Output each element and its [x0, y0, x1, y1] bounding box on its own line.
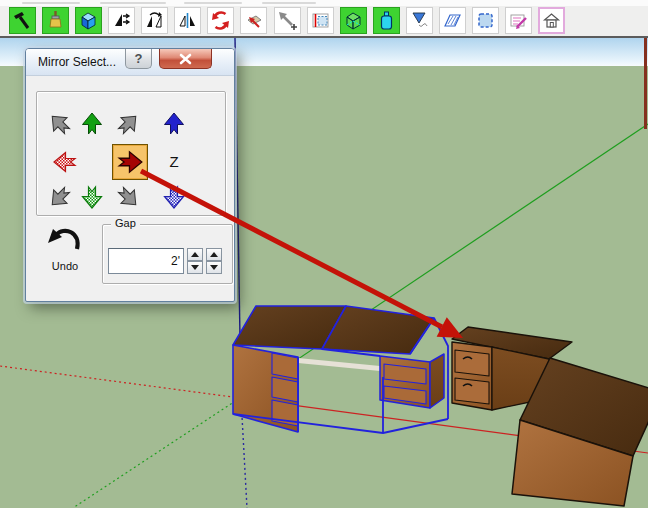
- mirror-ne-button[interactable]: [115, 111, 141, 137]
- edit-notes-icon[interactable]: [505, 7, 532, 34]
- component-cube-icon[interactable]: [75, 7, 102, 34]
- gap-feet-down-button[interactable]: [187, 261, 203, 274]
- close-button[interactable]: [159, 49, 212, 69]
- undo-control: Undo: [43, 224, 87, 272]
- hatched-face-icon[interactable]: [439, 7, 466, 34]
- dialog-title: Mirror Select...: [38, 55, 116, 69]
- mirror-direction-group: Z: [36, 91, 226, 216]
- mirror-nw-button[interactable]: [47, 111, 73, 137]
- house-icon[interactable]: [538, 7, 565, 34]
- bottle-icon[interactable]: [373, 7, 400, 34]
- gap-feet-up-button[interactable]: [187, 248, 203, 261]
- z-axis-label: Z: [161, 153, 187, 170]
- rotate-icon[interactable]: [207, 7, 234, 34]
- mirror-copy-icon[interactable]: [141, 7, 168, 34]
- selection-box-icon[interactable]: [472, 7, 499, 34]
- plugin-toolbar: [0, 6, 648, 38]
- mirror-blue-down-button[interactable]: [161, 184, 187, 210]
- undo-label: Undo: [43, 260, 87, 272]
- dialog-titlebar[interactable]: Mirror Select... ?: [26, 49, 234, 76]
- mirror-selection-icon[interactable]: [174, 7, 201, 34]
- gap-group: Gap: [102, 224, 233, 284]
- mirror-dialog: Mirror Select... ?: [25, 48, 235, 302]
- mirror-red-right-button-selected[interactable]: [112, 144, 148, 180]
- gap-inches-up-button[interactable]: [206, 248, 222, 261]
- paintbrush-icon[interactable]: [42, 7, 69, 34]
- move-sheet-icon[interactable]: [240, 7, 267, 34]
- gap-inches-down-button[interactable]: [206, 261, 222, 274]
- hammer-icon[interactable]: [9, 7, 36, 34]
- select-plus-icon[interactable]: [274, 7, 301, 34]
- dialog-client: Z Undo: [26, 76, 234, 301]
- desk-original-selected[interactable]: [233, 306, 448, 433]
- desk-mirrored-copy[interactable]: [452, 327, 648, 506]
- flip-along-axis-icon[interactable]: [108, 7, 135, 34]
- gap-input[interactable]: [108, 248, 184, 274]
- mirror-blue-up-button[interactable]: [161, 111, 187, 137]
- gap-spinner-inches: [206, 248, 222, 274]
- help-button[interactable]: ?: [125, 49, 152, 69]
- mirror-green-up-button[interactable]: [79, 111, 105, 137]
- gap-label: Gap: [111, 217, 140, 229]
- edge-artifact-line: [644, 38, 647, 129]
- section-view-icon[interactable]: [307, 7, 334, 34]
- close-icon: [178, 53, 193, 65]
- help-icon: ?: [135, 51, 143, 66]
- mirror-green-down-button[interactable]: [79, 184, 105, 210]
- xray-cube-icon[interactable]: [340, 7, 367, 34]
- mirror-se-button[interactable]: [115, 184, 141, 210]
- gap-spinner-feet: [187, 248, 203, 274]
- mirror-sw-button[interactable]: [47, 184, 73, 210]
- cone-marker-icon[interactable]: [406, 7, 433, 34]
- mirror-red-left-button[interactable]: [52, 149, 78, 175]
- undo-icon[interactable]: [47, 224, 83, 254]
